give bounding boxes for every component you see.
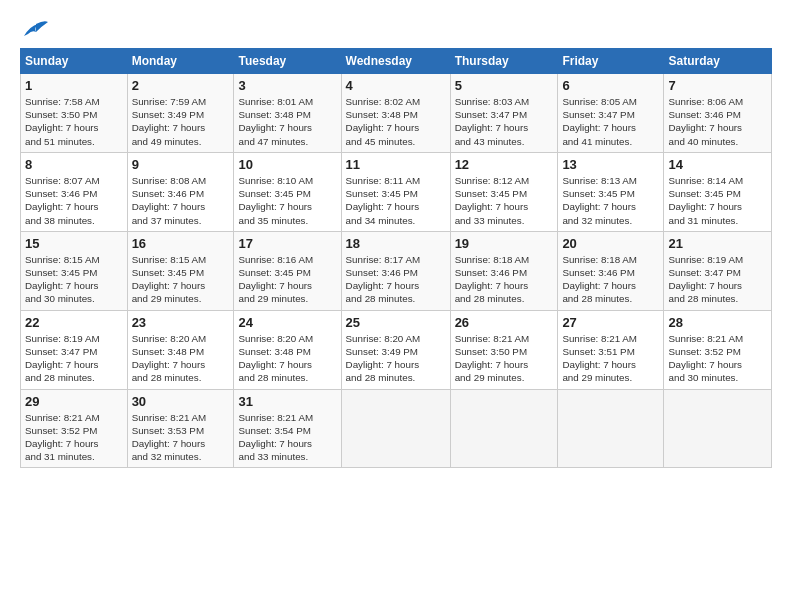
- day-detail: Sunrise: 8:10 AM Sunset: 3:45 PM Dayligh…: [238, 174, 336, 227]
- day-number: 26: [455, 315, 554, 330]
- day-detail: Sunrise: 8:21 AM Sunset: 3:53 PM Dayligh…: [132, 411, 230, 464]
- calendar-cell: 17Sunrise: 8:16 AM Sunset: 3:45 PM Dayli…: [234, 231, 341, 310]
- calendar-cell: 9Sunrise: 8:08 AM Sunset: 3:46 PM Daylig…: [127, 152, 234, 231]
- day-detail: Sunrise: 8:11 AM Sunset: 3:45 PM Dayligh…: [346, 174, 446, 227]
- calendar-cell: 3Sunrise: 8:01 AM Sunset: 3:48 PM Daylig…: [234, 74, 341, 153]
- day-detail: Sunrise: 8:08 AM Sunset: 3:46 PM Dayligh…: [132, 174, 230, 227]
- page: SundayMondayTuesdayWednesdayThursdayFrid…: [0, 0, 792, 612]
- calendar-cell: 8Sunrise: 8:07 AM Sunset: 3:46 PM Daylig…: [21, 152, 128, 231]
- day-detail: Sunrise: 8:03 AM Sunset: 3:47 PM Dayligh…: [455, 95, 554, 148]
- calendar-cell: [558, 389, 664, 468]
- calendar-cell: [450, 389, 558, 468]
- day-detail: Sunrise: 8:20 AM Sunset: 3:48 PM Dayligh…: [238, 332, 336, 385]
- day-detail: Sunrise: 8:18 AM Sunset: 3:46 PM Dayligh…: [455, 253, 554, 306]
- logo: [20, 18, 50, 40]
- day-number: 27: [562, 315, 659, 330]
- day-detail: Sunrise: 8:18 AM Sunset: 3:46 PM Dayligh…: [562, 253, 659, 306]
- day-detail: Sunrise: 8:01 AM Sunset: 3:48 PM Dayligh…: [238, 95, 336, 148]
- calendar-cell: [664, 389, 772, 468]
- calendar-cell: 4Sunrise: 8:02 AM Sunset: 3:48 PM Daylig…: [341, 74, 450, 153]
- calendar-cell: 18Sunrise: 8:17 AM Sunset: 3:46 PM Dayli…: [341, 231, 450, 310]
- calendar-cell: 11Sunrise: 8:11 AM Sunset: 3:45 PM Dayli…: [341, 152, 450, 231]
- day-number: 21: [668, 236, 767, 251]
- day-detail: Sunrise: 8:17 AM Sunset: 3:46 PM Dayligh…: [346, 253, 446, 306]
- calendar-cell: 22Sunrise: 8:19 AM Sunset: 3:47 PM Dayli…: [21, 310, 128, 389]
- day-number: 30: [132, 394, 230, 409]
- calendar-week-1: 1Sunrise: 7:58 AM Sunset: 3:50 PM Daylig…: [21, 74, 772, 153]
- day-number: 4: [346, 78, 446, 93]
- day-number: 2: [132, 78, 230, 93]
- col-header-friday: Friday: [558, 49, 664, 74]
- day-number: 17: [238, 236, 336, 251]
- day-number: 29: [25, 394, 123, 409]
- calendar-cell: 26Sunrise: 8:21 AM Sunset: 3:50 PM Dayli…: [450, 310, 558, 389]
- col-header-wednesday: Wednesday: [341, 49, 450, 74]
- calendar-cell: 6Sunrise: 8:05 AM Sunset: 3:47 PM Daylig…: [558, 74, 664, 153]
- day-detail: Sunrise: 8:20 AM Sunset: 3:49 PM Dayligh…: [346, 332, 446, 385]
- day-detail: Sunrise: 7:58 AM Sunset: 3:50 PM Dayligh…: [25, 95, 123, 148]
- calendar-cell: 20Sunrise: 8:18 AM Sunset: 3:46 PM Dayli…: [558, 231, 664, 310]
- day-detail: Sunrise: 8:07 AM Sunset: 3:46 PM Dayligh…: [25, 174, 123, 227]
- calendar-cell: 14Sunrise: 8:14 AM Sunset: 3:45 PM Dayli…: [664, 152, 772, 231]
- calendar-cell: 12Sunrise: 8:12 AM Sunset: 3:45 PM Dayli…: [450, 152, 558, 231]
- day-detail: Sunrise: 8:21 AM Sunset: 3:51 PM Dayligh…: [562, 332, 659, 385]
- calendar-cell: 31Sunrise: 8:21 AM Sunset: 3:54 PM Dayli…: [234, 389, 341, 468]
- calendar-week-5: 29Sunrise: 8:21 AM Sunset: 3:52 PM Dayli…: [21, 389, 772, 468]
- logo-text: [20, 18, 50, 40]
- calendar-cell: 27Sunrise: 8:21 AM Sunset: 3:51 PM Dayli…: [558, 310, 664, 389]
- calendar-cell: 30Sunrise: 8:21 AM Sunset: 3:53 PM Dayli…: [127, 389, 234, 468]
- col-header-saturday: Saturday: [664, 49, 772, 74]
- day-detail: Sunrise: 8:02 AM Sunset: 3:48 PM Dayligh…: [346, 95, 446, 148]
- day-number: 11: [346, 157, 446, 172]
- calendar-cell: 28Sunrise: 8:21 AM Sunset: 3:52 PM Dayli…: [664, 310, 772, 389]
- day-detail: Sunrise: 8:21 AM Sunset: 3:52 PM Dayligh…: [25, 411, 123, 464]
- day-detail: Sunrise: 8:15 AM Sunset: 3:45 PM Dayligh…: [25, 253, 123, 306]
- calendar-cell: 10Sunrise: 8:10 AM Sunset: 3:45 PM Dayli…: [234, 152, 341, 231]
- day-number: 9: [132, 157, 230, 172]
- day-number: 16: [132, 236, 230, 251]
- calendar-cell: 2Sunrise: 7:59 AM Sunset: 3:49 PM Daylig…: [127, 74, 234, 153]
- day-number: 22: [25, 315, 123, 330]
- day-number: 7: [668, 78, 767, 93]
- calendar-header-row: SundayMondayTuesdayWednesdayThursdayFrid…: [21, 49, 772, 74]
- day-number: 24: [238, 315, 336, 330]
- day-detail: Sunrise: 8:16 AM Sunset: 3:45 PM Dayligh…: [238, 253, 336, 306]
- day-number: 3: [238, 78, 336, 93]
- col-header-monday: Monday: [127, 49, 234, 74]
- col-header-thursday: Thursday: [450, 49, 558, 74]
- calendar-cell: [341, 389, 450, 468]
- calendar-cell: 5Sunrise: 8:03 AM Sunset: 3:47 PM Daylig…: [450, 74, 558, 153]
- calendar-week-3: 15Sunrise: 8:15 AM Sunset: 3:45 PM Dayli…: [21, 231, 772, 310]
- day-detail: Sunrise: 8:21 AM Sunset: 3:50 PM Dayligh…: [455, 332, 554, 385]
- day-number: 5: [455, 78, 554, 93]
- day-number: 23: [132, 315, 230, 330]
- calendar-cell: 13Sunrise: 8:13 AM Sunset: 3:45 PM Dayli…: [558, 152, 664, 231]
- col-header-sunday: Sunday: [21, 49, 128, 74]
- day-number: 8: [25, 157, 123, 172]
- calendar-cell: 1Sunrise: 7:58 AM Sunset: 3:50 PM Daylig…: [21, 74, 128, 153]
- day-number: 1: [25, 78, 123, 93]
- day-number: 14: [668, 157, 767, 172]
- day-detail: Sunrise: 8:05 AM Sunset: 3:47 PM Dayligh…: [562, 95, 659, 148]
- day-detail: Sunrise: 8:20 AM Sunset: 3:48 PM Dayligh…: [132, 332, 230, 385]
- day-detail: Sunrise: 8:15 AM Sunset: 3:45 PM Dayligh…: [132, 253, 230, 306]
- day-detail: Sunrise: 8:14 AM Sunset: 3:45 PM Dayligh…: [668, 174, 767, 227]
- day-number: 20: [562, 236, 659, 251]
- day-number: 19: [455, 236, 554, 251]
- calendar-week-2: 8Sunrise: 8:07 AM Sunset: 3:46 PM Daylig…: [21, 152, 772, 231]
- calendar-cell: 21Sunrise: 8:19 AM Sunset: 3:47 PM Dayli…: [664, 231, 772, 310]
- calendar-cell: 7Sunrise: 8:06 AM Sunset: 3:46 PM Daylig…: [664, 74, 772, 153]
- day-detail: Sunrise: 8:21 AM Sunset: 3:54 PM Dayligh…: [238, 411, 336, 464]
- day-detail: Sunrise: 8:21 AM Sunset: 3:52 PM Dayligh…: [668, 332, 767, 385]
- day-number: 13: [562, 157, 659, 172]
- calendar-table: SundayMondayTuesdayWednesdayThursdayFrid…: [20, 48, 772, 468]
- day-number: 18: [346, 236, 446, 251]
- day-number: 12: [455, 157, 554, 172]
- col-header-tuesday: Tuesday: [234, 49, 341, 74]
- calendar-cell: 15Sunrise: 8:15 AM Sunset: 3:45 PM Dayli…: [21, 231, 128, 310]
- day-detail: Sunrise: 8:19 AM Sunset: 3:47 PM Dayligh…: [668, 253, 767, 306]
- calendar-cell: 19Sunrise: 8:18 AM Sunset: 3:46 PM Dayli…: [450, 231, 558, 310]
- day-number: 25: [346, 315, 446, 330]
- calendar-cell: 16Sunrise: 8:15 AM Sunset: 3:45 PM Dayli…: [127, 231, 234, 310]
- day-detail: Sunrise: 7:59 AM Sunset: 3:49 PM Dayligh…: [132, 95, 230, 148]
